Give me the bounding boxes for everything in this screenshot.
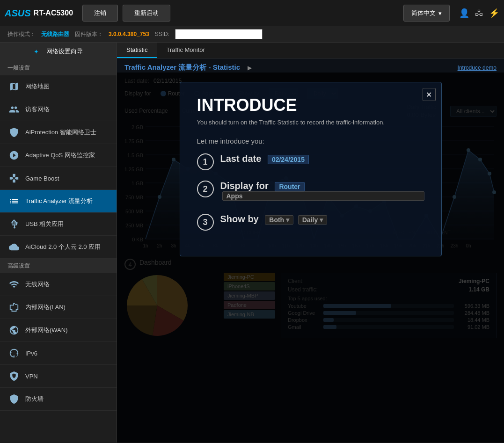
cancel-button[interactable]: 注销 [82,5,118,22]
sidebar-label-wan: 外部网络(WAN) [25,326,68,334]
step1-circle: 1 [197,153,214,170]
language-button[interactable]: 简体中文 ▾ [403,5,450,22]
step3-both-tag[interactable]: Both ▾ [265,215,293,225]
step3-content: Show by Both ▾ Daily ▾ [220,214,424,227]
top-bar: ASUS RT-AC5300 注销 重新启动 简体中文 ▾ 👤 🖧 ⚡ [0,0,504,26]
user-icon[interactable]: 👤 [459,8,469,18]
sidebar-item-aicloud[interactable]: AiCloud 2.0 个人云 2.0 应用 [0,236,117,259]
sidebar-item-vpn[interactable]: VPN [0,365,117,388]
ipv6-icon [7,347,21,360]
tabs: Statistic Traffic Monitor [117,43,504,58]
firmware-label: 固件版本： [75,30,103,38]
mode-value: 无线路由器 [41,30,69,38]
sidebar-label-wireless: 无线网络 [25,280,50,289]
sidebar-label-adaptiveqos: Adaptive QoS 网络监控家 [25,151,95,160]
sidebar-label-usb: USB 相关应用 [25,220,64,228]
chart-icon [7,195,21,208]
step1-date-tag: 02/24/2015 [268,155,309,164]
mode-label: 操作模式： [7,30,36,38]
sidebar-label-lan: 内部网络(LAN) [25,303,66,312]
guests-icon [7,103,21,116]
sidebar-item-networkmap[interactable]: 网络地图 [0,75,117,98]
sidebar-item-wizard[interactable]: ✦ 网络设置向导 [0,43,117,61]
content-inner: Traffic Analyzer 流量分析 - Statistic ▶ Intr… [117,58,504,443]
sidebar-label-guestnetwork: 访客网络 [25,105,50,114]
firmware-value: 3.0.0.4.380_753 [109,31,149,37]
lan-icon [7,301,21,314]
step3-circle: 3 [197,214,214,231]
sidebar-section-advanced: 高级设置 [0,259,117,273]
step2-title: Display for Router Apps [220,181,424,201]
introduce-overlay: ✕ INTRODUCE You should turn on the Traff… [117,73,504,443]
cloud-icon [7,240,21,254]
sidebar-label-gameboost: Game Boost [25,175,59,182]
content-area: Statistic Traffic Monitor Traffic Analyz… [117,43,504,443]
sidebar-label-aiprotection: AiProtection 智能网络卫士 [25,128,96,137]
main-layout: ✦ 网络设置向导 一般设置 网络地图 访客网络 AiProtection 智能网… [0,43,504,443]
introduce-step-2: 2 Display for Router Apps [197,181,424,203]
network-icon[interactable]: 🖧 [475,8,483,18]
shield-icon [7,126,21,139]
sidebar: ✦ 网络设置向导 一般设置 网络地图 访客网络 AiProtection 智能网… [0,43,117,443]
traffic-main: Traffic Analyzer 流量分析 - Statistic ▶ Intr… [117,58,504,443]
sidebar-item-ipv6[interactable]: IPv6 [0,342,117,365]
step3-title: Show by Both ▾ Daily ▾ [220,214,424,225]
wan-icon [7,324,21,337]
wizard-icon: ✦ [34,48,39,55]
introduce-demo-link[interactable]: Introduce demo [458,65,497,71]
sidebar-item-firewall[interactable]: 防火墙 [0,388,117,411]
chevron-down-icon: ▾ [438,10,442,17]
sub-header: 操作模式： 无线路由器 固件版本： 3.0.0.4.380_753 SSID: [0,26,504,43]
wifi-icon [7,278,21,291]
traffic-page-title: Traffic Analyzer 流量分析 - Statistic [124,63,240,72]
sidebar-label-vpn: VPN [25,373,38,380]
introduce-title: INTRODUCE [197,95,424,115]
top-icons: 👤 🖧 ⚡ [459,8,499,18]
step3-daily-tag[interactable]: Daily ▾ [298,215,327,225]
step2-circle: 2 [197,181,214,197]
sidebar-section-general: 一般设置 [0,61,117,75]
introduce-box: ✕ INTRODUCE You should turn on the Traff… [180,82,442,256]
ssid-label: SSID: [155,31,169,37]
introduce-letme: Let me introduce you: [197,137,424,145]
firewall-icon [7,392,21,406]
introduce-close-button[interactable]: ✕ [423,88,436,101]
sidebar-item-guestnetwork[interactable]: 访客网络 [0,98,117,121]
introduce-step-1: 1 Last date 02/24/2015 [197,153,424,170]
sidebar-label-firewall: 防火墙 [25,395,44,403]
step1-content: Last date 02/24/2015 [220,153,424,167]
sidebar-label-ipv6: IPv6 [25,350,37,357]
sidebar-item-trafficanalyzer[interactable]: Traffic Analyzer 流量分析 [0,190,117,213]
step2-apps-tag[interactable]: Apps [222,191,424,201]
step2-content: Display for Router Apps [220,181,424,203]
ssid-input[interactable] [175,29,263,39]
logo-model: RT-AC5300 [34,9,73,17]
sidebar-label-networkmap: 网络地图 [25,82,50,91]
sidebar-item-gameboost[interactable]: Game Boost [0,167,117,190]
logo-asus: ASUS [5,8,31,19]
step1-title: Last date 02/24/2015 [220,153,424,164]
gamepad-icon [7,172,21,185]
step2-router-tag[interactable]: Router [275,182,304,191]
sidebar-item-lan[interactable]: 内部网络(LAN) [0,296,117,319]
sidebar-item-wan[interactable]: 外部网络(WAN) [0,319,117,342]
usb-app-icon [7,218,21,231]
qos-icon [7,149,21,162]
introduce-step-3: 3 Show by Both ▾ Daily [197,214,424,231]
sidebar-item-usb[interactable]: USB 相关应用 [0,213,117,236]
map-icon [7,80,21,93]
vpn-icon [7,370,21,383]
logo-area: ASUS RT-AC5300 [5,8,73,19]
introduce-subtitle: You should turn on the Traffic Statistic… [197,119,424,126]
sidebar-item-adaptiveqos[interactable]: Adaptive QoS 网络监控家 [0,144,117,167]
sidebar-label-aicloud: AiCloud 2.0 个人云 2.0 应用 [25,243,101,251]
sidebar-item-wireless[interactable]: 无线网络 [0,273,117,296]
wizard-label: 网络设置向导 [46,47,83,56]
usb-icon[interactable]: ⚡ [489,8,499,18]
sidebar-item-aiprotection[interactable]: AiProtection 智能网络卫士 [0,121,117,144]
sidebar-label-trafficanalyzer: Traffic Analyzer 流量分析 [25,197,93,205]
tab-traffic-monitor[interactable]: Traffic Monitor [157,43,214,58]
reboot-button[interactable]: 重新启动 [123,5,170,22]
tab-statistic[interactable]: Statistic [117,43,157,58]
